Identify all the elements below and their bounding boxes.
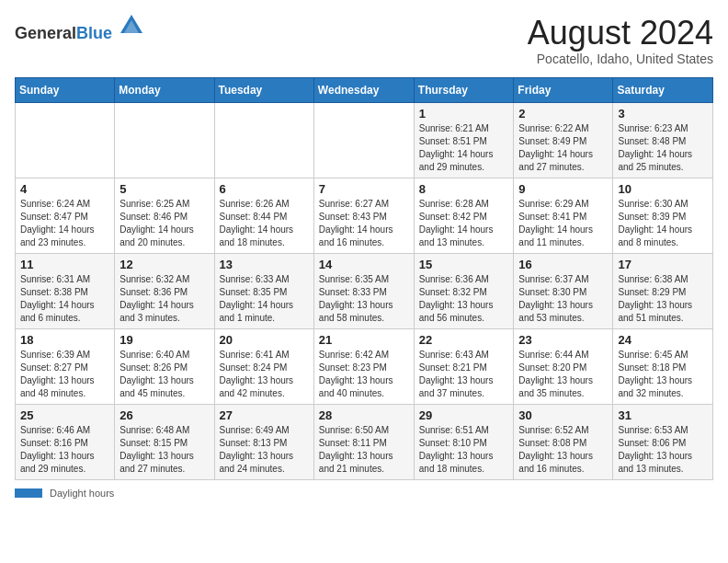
- table-row: 14Sunrise: 6:35 AMSunset: 8:33 PMDayligh…: [313, 253, 414, 328]
- col-saturday: Saturday: [613, 77, 713, 102]
- table-row: 19Sunrise: 6:40 AMSunset: 8:26 PMDayligh…: [115, 328, 214, 404]
- day-number: 25: [20, 408, 109, 422]
- table-row: 2Sunrise: 6:22 AMSunset: 8:49 PMDaylight…: [514, 102, 613, 178]
- day-info: Sunrise: 6:27 AMSunset: 8:43 PMDaylight:…: [319, 198, 409, 249]
- table-row: [115, 102, 214, 178]
- day-number: 22: [419, 333, 509, 347]
- day-number: 17: [618, 258, 708, 271]
- location: Pocatello, Idaho, United States: [528, 52, 713, 66]
- day-info: Sunrise: 6:35 AMSunset: 8:33 PMDaylight:…: [319, 273, 409, 325]
- day-info: Sunrise: 6:23 AMSunset: 8:48 PMDaylight:…: [618, 122, 708, 174]
- day-number: 14: [319, 258, 409, 271]
- day-info: Sunrise: 6:26 AMSunset: 8:44 PMDaylight:…: [220, 198, 309, 249]
- table-row: 30Sunrise: 6:52 AMSunset: 8:08 PMDayligh…: [514, 404, 613, 479]
- table-row: 28Sunrise: 6:50 AMSunset: 8:11 PMDayligh…: [313, 404, 414, 479]
- day-info: Sunrise: 6:41 AMSunset: 8:24 PMDaylight:…: [220, 349, 309, 400]
- calendar-header-row: Sunday Monday Tuesday Wednesday Thursday…: [16, 77, 713, 102]
- day-number: 8: [419, 182, 509, 196]
- day-number: 23: [518, 333, 608, 347]
- calendar-week-row: 18Sunrise: 6:39 AMSunset: 8:27 PMDayligh…: [16, 328, 713, 404]
- day-info: Sunrise: 6:53 AMSunset: 8:06 PMDaylight:…: [618, 424, 708, 476]
- day-info: Sunrise: 6:50 AMSunset: 8:11 PMDaylight:…: [319, 424, 409, 476]
- month-title: August 2024: [528, 15, 713, 52]
- day-number: 6: [220, 182, 309, 196]
- col-wednesday: Wednesday: [313, 77, 414, 102]
- day-number: 4: [20, 182, 109, 196]
- day-number: 21: [319, 333, 409, 347]
- day-number: 15: [419, 258, 509, 271]
- day-number: 1: [419, 107, 509, 121]
- table-row: 3Sunrise: 6:23 AMSunset: 8:48 PMDaylight…: [613, 102, 713, 178]
- day-info: Sunrise: 6:52 AMSunset: 8:08 PMDaylight:…: [518, 424, 608, 476]
- day-info: Sunrise: 6:24 AMSunset: 8:47 PMDaylight:…: [20, 198, 109, 249]
- day-number: 19: [119, 333, 209, 347]
- col-thursday: Thursday: [414, 77, 514, 102]
- day-info: Sunrise: 6:39 AMSunset: 8:27 PMDaylight:…: [20, 349, 109, 400]
- header: GeneralBlue August 2024 Pocatello, Idaho…: [15, 15, 713, 66]
- day-number: 7: [319, 182, 409, 196]
- table-row: [214, 102, 313, 178]
- footer: Daylight hours: [15, 488, 713, 499]
- day-info: Sunrise: 6:51 AMSunset: 8:10 PMDaylight:…: [419, 424, 509, 476]
- day-number: 24: [618, 333, 708, 347]
- col-friday: Friday: [514, 77, 613, 102]
- logo-general-text: General: [15, 24, 76, 42]
- day-number: 18: [20, 333, 109, 347]
- calendar-week-row: 4Sunrise: 6:24 AMSunset: 8:47 PMDaylight…: [16, 178, 713, 253]
- logo: GeneralBlue: [15, 15, 144, 43]
- day-info: Sunrise: 6:44 AMSunset: 8:20 PMDaylight:…: [518, 349, 608, 400]
- day-number: 27: [220, 408, 309, 422]
- table-row: 5Sunrise: 6:25 AMSunset: 8:46 PMDaylight…: [115, 178, 214, 253]
- day-number: 12: [119, 258, 209, 271]
- day-number: 28: [319, 408, 409, 422]
- table-row: 11Sunrise: 6:31 AMSunset: 8:38 PMDayligh…: [16, 253, 115, 328]
- day-number: 2: [518, 107, 608, 121]
- day-info: Sunrise: 6:25 AMSunset: 8:46 PMDaylight:…: [119, 198, 209, 249]
- table-row: 4Sunrise: 6:24 AMSunset: 8:47 PMDaylight…: [16, 178, 115, 253]
- day-info: Sunrise: 6:21 AMSunset: 8:51 PMDaylight:…: [419, 122, 509, 174]
- table-row: 20Sunrise: 6:41 AMSunset: 8:24 PMDayligh…: [214, 328, 313, 404]
- table-row: [313, 102, 414, 178]
- table-row: 12Sunrise: 6:32 AMSunset: 8:36 PMDayligh…: [115, 253, 214, 328]
- table-row: 6Sunrise: 6:26 AMSunset: 8:44 PMDaylight…: [214, 178, 313, 253]
- table-row: 21Sunrise: 6:42 AMSunset: 8:23 PMDayligh…: [313, 328, 414, 404]
- table-row: 25Sunrise: 6:46 AMSunset: 8:16 PMDayligh…: [16, 404, 115, 479]
- calendar-week-row: 11Sunrise: 6:31 AMSunset: 8:38 PMDayligh…: [16, 253, 713, 328]
- day-number: 20: [220, 333, 309, 347]
- table-row: 8Sunrise: 6:28 AMSunset: 8:42 PMDaylight…: [414, 178, 514, 253]
- day-number: 5: [119, 182, 209, 196]
- table-row: 10Sunrise: 6:30 AMSunset: 8:39 PMDayligh…: [613, 178, 713, 253]
- calendar: Sunday Monday Tuesday Wednesday Thursday…: [15, 77, 713, 480]
- day-info: Sunrise: 6:31 AMSunset: 8:38 PMDaylight:…: [20, 273, 109, 325]
- day-info: Sunrise: 6:36 AMSunset: 8:32 PMDaylight:…: [419, 273, 509, 325]
- day-info: Sunrise: 6:46 AMSunset: 8:16 PMDaylight:…: [20, 424, 109, 476]
- table-row: 29Sunrise: 6:51 AMSunset: 8:10 PMDayligh…: [414, 404, 514, 479]
- day-number: 11: [20, 258, 109, 271]
- table-row: 23Sunrise: 6:44 AMSunset: 8:20 PMDayligh…: [514, 328, 613, 404]
- day-info: Sunrise: 6:28 AMSunset: 8:42 PMDaylight:…: [419, 198, 509, 249]
- day-number: 16: [518, 258, 608, 271]
- table-row: 27Sunrise: 6:49 AMSunset: 8:13 PMDayligh…: [214, 404, 313, 479]
- day-info: Sunrise: 6:40 AMSunset: 8:26 PMDaylight:…: [119, 349, 209, 400]
- table-row: 26Sunrise: 6:48 AMSunset: 8:15 PMDayligh…: [115, 404, 214, 479]
- table-row: 7Sunrise: 6:27 AMSunset: 8:43 PMDaylight…: [313, 178, 414, 253]
- table-row: 15Sunrise: 6:36 AMSunset: 8:32 PMDayligh…: [414, 253, 514, 328]
- logo-icon: [119, 13, 144, 39]
- table-row: 22Sunrise: 6:43 AMSunset: 8:21 PMDayligh…: [414, 328, 514, 404]
- day-info: Sunrise: 6:45 AMSunset: 8:18 PMDaylight:…: [618, 349, 708, 400]
- col-monday: Monday: [115, 77, 214, 102]
- logo-blue-text: Blue: [76, 24, 112, 42]
- calendar-week-row: 1Sunrise: 6:21 AMSunset: 8:51 PMDaylight…: [16, 102, 713, 178]
- title-area: August 2024 Pocatello, Idaho, United Sta…: [528, 15, 713, 66]
- table-row: 9Sunrise: 6:29 AMSunset: 8:41 PMDaylight…: [514, 178, 613, 253]
- table-row: 24Sunrise: 6:45 AMSunset: 8:18 PMDayligh…: [613, 328, 713, 404]
- day-number: 13: [220, 258, 309, 271]
- daylight-bar-icon: [15, 488, 42, 498]
- day-info: Sunrise: 6:37 AMSunset: 8:30 PMDaylight:…: [518, 273, 608, 325]
- calendar-week-row: 25Sunrise: 6:46 AMSunset: 8:16 PMDayligh…: [16, 404, 713, 479]
- col-tuesday: Tuesday: [214, 77, 313, 102]
- daylight-label: Daylight hours: [50, 488, 114, 499]
- table-row: 17Sunrise: 6:38 AMSunset: 8:29 PMDayligh…: [613, 253, 713, 328]
- day-number: 10: [618, 182, 708, 196]
- day-info: Sunrise: 6:42 AMSunset: 8:23 PMDaylight:…: [319, 349, 409, 400]
